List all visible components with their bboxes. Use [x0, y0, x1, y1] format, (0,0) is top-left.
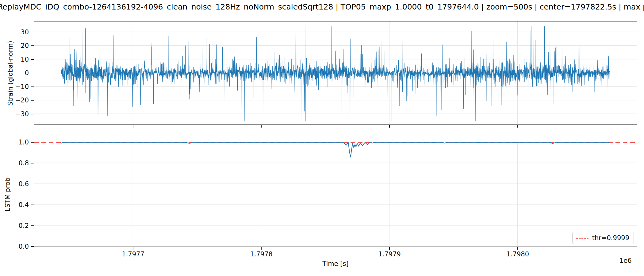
y-tick-mark	[31, 142, 34, 143]
x-tick-mark	[517, 125, 518, 128]
y-tick-label: −20	[6, 97, 29, 104]
x-tick-label: 1.7979	[378, 251, 401, 258]
x-tick-mark	[261, 125, 262, 128]
x-tick-mark	[133, 125, 133, 128]
y-tick-label: −30	[6, 110, 29, 118]
y-tick-label: 10	[6, 56, 29, 63]
prob-y-axis-label: LSTM prob	[4, 161, 11, 228]
figure-title: ReplayMDC_iDQ_combo-1264136192-4096_clea…	[0, 2, 644, 11]
y-tick-mark	[31, 45, 34, 46]
lstm-prob-plot-area: thr=0.9999	[34, 142, 637, 247]
y-tick-mark	[31, 73, 34, 73]
y-tick-label: 1.0	[6, 139, 29, 146]
x-tick-mark	[261, 247, 262, 250]
y-tick-label: 20	[6, 42, 29, 49]
y-tick-mark	[31, 32, 34, 33]
x-tick-mark	[389, 125, 390, 128]
y-tick-mark	[31, 59, 34, 60]
y-tick-label: 0.0	[6, 243, 29, 250]
y-tick-mark	[31, 114, 34, 114]
x-axis-offset-label: 1e6	[619, 257, 632, 264]
x-tick-mark	[517, 247, 518, 250]
x-tick-mark	[133, 247, 133, 250]
legend: thr=0.9999	[572, 232, 634, 244]
y-tick-label: 0.4	[6, 201, 29, 209]
strain-plot-area	[34, 21, 637, 125]
x-tick-label: 1.7980	[507, 251, 529, 258]
x-tick-label: 1.7977	[122, 251, 144, 258]
y-tick-mark	[31, 184, 34, 184]
x-tick-mark	[389, 247, 390, 250]
y-tick-mark	[31, 205, 34, 205]
y-tick-label: 30	[6, 29, 29, 36]
strain-trace	[34, 21, 637, 124]
legend-label: thr=0.9999	[592, 234, 629, 242]
y-tick-label: 0.8	[6, 159, 29, 167]
y-tick-mark	[31, 100, 34, 101]
y-tick-label: −10	[6, 83, 29, 90]
x-tick-label: 1.7978	[250, 251, 272, 258]
figure: ReplayMDC_iDQ_combo-1264136192-4096_clea…	[0, 0, 644, 276]
lstm-prob-trace	[34, 142, 637, 246]
y-tick-mark	[31, 86, 34, 87]
y-tick-label: 0	[6, 69, 29, 77]
threshold-dash-swatch	[576, 238, 588, 239]
y-tick-mark	[31, 163, 34, 163]
y-tick-mark	[31, 246, 34, 247]
y-tick-mark	[31, 225, 34, 226]
x-axis-label: Time [s]	[322, 260, 348, 267]
y-tick-label: 0.6	[6, 180, 29, 188]
y-tick-label: 0.2	[6, 222, 29, 229]
